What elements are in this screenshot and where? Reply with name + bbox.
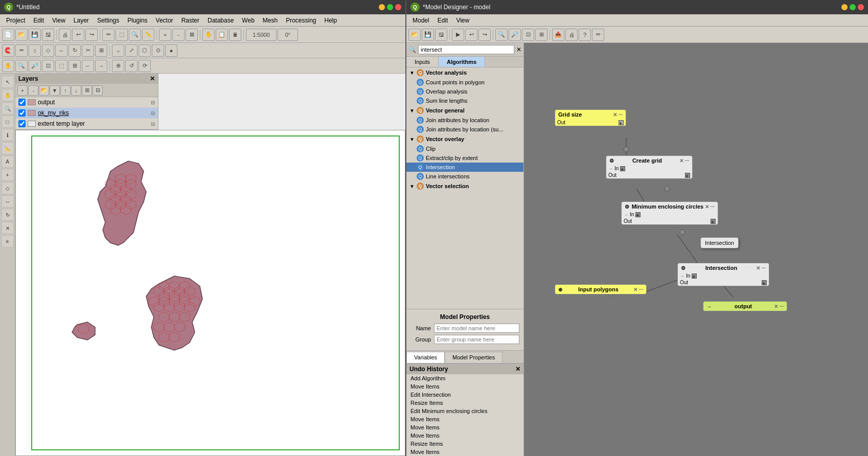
maximize-button[interactable] — [387, 4, 393, 10]
save-as-button[interactable]: 🖫 — [42, 29, 54, 41]
rotation-input[interactable]: 0° — [278, 29, 298, 41]
node-intersection-close[interactable]: ✕ ··· — [756, 265, 766, 271]
measure-tool[interactable]: 📐 — [2, 142, 14, 154]
node-create-grid-out-port[interactable]: + — [685, 173, 690, 178]
layer-up-button[interactable]: ↑ — [60, 85, 71, 96]
undo-item-6[interactable]: Move Items — [406, 423, 523, 431]
search-input[interactable] — [418, 45, 514, 54]
tree-group-header-vector-general[interactable]: ▼ Q Vector general — [406, 105, 523, 116]
zoom-selection-button[interactable]: ⊡ — [42, 60, 54, 72]
rotate-canvas-button[interactable]: ↺ — [125, 60, 138, 72]
menu-database[interactable]: Database — [203, 17, 238, 24]
model-zoom-out-button[interactable]: 🔎 — [509, 29, 521, 41]
layer-item-extent[interactable]: extent temp layer ⊟ — [15, 119, 158, 129]
scale-input[interactable]: 1:5000 — [246, 29, 277, 41]
node-grid-size-close[interactable]: ✕ ··· — [613, 112, 623, 118]
undo-item-4[interactable]: Edit Minimum enclosing circles — [406, 407, 523, 415]
identify-button[interactable]: 🔍 — [129, 29, 141, 41]
undo-item-1[interactable]: Move Items — [406, 382, 523, 391]
pan-button[interactable]: ✋ — [202, 29, 215, 41]
menu-help[interactable]: Help — [321, 17, 341, 24]
model-run-button[interactable]: ▶ — [452, 29, 464, 41]
layer-collapse-button[interactable]: ⊟ — [93, 85, 103, 96]
add-ring-button[interactable]: ⊙ — [152, 44, 164, 57]
tab-algorithms[interactable]: Algorithms — [439, 57, 485, 67]
model-maximize-button[interactable] — [850, 4, 856, 10]
tree-item-line-intersections[interactable]: Q Line intersections — [406, 172, 523, 181]
menu-layer[interactable]: Layer — [70, 17, 93, 24]
model-zoom-in-button[interactable]: 🔍 — [495, 29, 508, 41]
rotate-feature-tool[interactable]: ↻ — [2, 209, 14, 221]
layer-expand-button[interactable]: ⊞ — [82, 85, 92, 96]
form-tool[interactable]: ≡ — [2, 235, 14, 247]
layer-remove-button[interactable]: - — [28, 85, 38, 96]
edit-node-tool[interactable]: ◇ — [2, 182, 14, 194]
tree-group-header-vector-analysis[interactable]: ▼ Q Vector analysis — [406, 67, 523, 78]
model-open-button[interactable]: 📂 — [408, 29, 421, 41]
menu-model[interactable]: Model — [408, 17, 433, 24]
tree-group-header-vector-selection[interactable]: ▼ Q Vector selection — [406, 181, 523, 191]
node-grid-size-out-port[interactable]: + — [619, 120, 624, 125]
tree-item-join-loc2[interactable]: Q Join attributes by location (su... — [406, 125, 523, 134]
identify-tool[interactable]: ℹ — [2, 129, 14, 141]
save-project-button[interactable]: 💾 — [29, 29, 41, 41]
open-project-button[interactable]: 📂 — [15, 29, 28, 41]
rotate-button[interactable]: ↻ — [68, 44, 81, 57]
menu-plugins[interactable]: Plugins — [123, 17, 151, 24]
select-tool[interactable]: □ — [2, 116, 14, 128]
model-name-input[interactable] — [434, 324, 519, 333]
layer-checkbox-output[interactable] — [18, 99, 26, 106]
layer-open-button[interactable]: 📂 — [39, 85, 49, 96]
layer-item-output[interactable]: output ⊟ — [15, 97, 158, 108]
undo-button[interactable]: ↩ — [72, 29, 84, 41]
add-feature-tool[interactable]: + — [2, 169, 14, 181]
layer-extent-settings-icon[interactable]: ⊟ — [151, 121, 155, 127]
model-save-as-button[interactable]: 🖫 — [435, 29, 447, 41]
measure-button[interactable]: 📏 — [142, 29, 154, 41]
tree-item-clip[interactable]: Q Clip — [406, 144, 523, 153]
model-redo-button[interactable]: ↪ — [478, 29, 491, 41]
tab-inputs[interactable]: Inputs — [406, 57, 439, 67]
node-min-enclosing-close[interactable]: ✕ ··· — [705, 204, 715, 210]
menu-model-edit[interactable]: Edit — [433, 17, 452, 24]
vertex-button[interactable]: ◇ — [42, 44, 54, 57]
menu-view[interactable]: View — [48, 17, 70, 24]
new-project-button[interactable]: 📄 — [2, 29, 14, 41]
zoom-in-button[interactable]: + — [159, 29, 171, 41]
node-intersection-out-port[interactable]: + — [762, 280, 767, 285]
tree-item-count-points[interactable]: Q Count points in polygon — [406, 78, 523, 87]
layer-checkbox-ok-my-riks[interactable] — [18, 109, 26, 117]
zoom-all-button[interactable]: ⊞ — [68, 60, 81, 72]
field-calc-button[interactable]: 🖩 — [229, 29, 241, 41]
undo-item-5[interactable]: Move Items — [406, 415, 523, 423]
move-feature-tool[interactable]: ↔ — [2, 195, 14, 208]
merge-button[interactable]: ⊞ — [95, 44, 107, 57]
attribute-table-button[interactable]: 📋 — [216, 29, 228, 41]
tree-item-sum-line[interactable]: Q Sum line lengths — [406, 96, 523, 105]
digitize2-button[interactable]: ✏ — [15, 44, 28, 57]
model-print-button[interactable]: 🖨 — [565, 29, 578, 41]
close-button[interactable] — [395, 4, 401, 10]
pan-canvas-button[interactable]: ⊕ — [112, 60, 124, 72]
prev-extent-button[interactable]: ← — [82, 60, 94, 72]
undo-item-0[interactable]: Add Algorithm — [406, 374, 523, 382]
model-zoom-actual-button[interactable]: ⊞ — [535, 29, 547, 41]
zoom-layer-button[interactable]: ⬚ — [55, 60, 67, 72]
undo-item-9[interactable]: Move Items — [406, 448, 523, 456]
fill-ring-button[interactable]: ● — [165, 44, 177, 57]
menu-project[interactable]: Project — [2, 17, 29, 24]
move-button[interactable]: ↔ — [55, 44, 67, 57]
node-create-grid-close[interactable]: ✕ ··· — [679, 158, 689, 164]
menu-model-view[interactable]: View — [452, 17, 473, 24]
model-save-button[interactable]: 💾 — [422, 29, 434, 41]
zoom-tool[interactable]: 🔍 — [2, 102, 14, 115]
pan-map-button[interactable]: ✋ — [2, 60, 14, 72]
model-group-input[interactable] — [434, 335, 519, 344]
minimize-button[interactable] — [379, 4, 385, 10]
next-extent-button[interactable]: → — [95, 60, 107, 72]
print-button[interactable]: 🖨 — [59, 29, 71, 41]
node-intersection-in-port[interactable]: + — [692, 273, 697, 279]
redo-button[interactable]: ↪ — [85, 29, 98, 41]
menu-vector[interactable]: Vector — [152, 17, 177, 24]
model-undo-button[interactable]: ↩ — [465, 29, 477, 41]
